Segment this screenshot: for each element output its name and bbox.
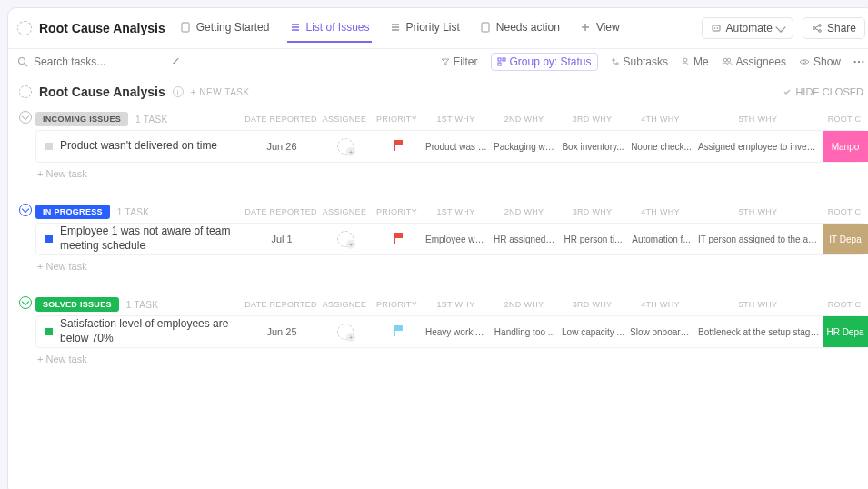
- col-why3[interactable]: 3RD WHY: [558, 300, 626, 309]
- add-task-button[interactable]: + New task: [35, 255, 865, 277]
- task-group: INCOMING ISSUES 1 TASK DATE REPORTED ASS…: [35, 108, 865, 185]
- group-by-button[interactable]: Group by: Status: [491, 53, 598, 71]
- col-assignee[interactable]: ASSIGNEE: [317, 115, 372, 124]
- group-status-badge[interactable]: INCOMING ISSUES: [35, 112, 128, 126]
- task-why2[interactable]: HR assigned t...: [491, 235, 559, 244]
- task-group: SOLVED ISSUES 1 TASK DATE REPORTED ASSIG…: [35, 294, 865, 370]
- task-why1[interactable]: Heavy workload: [423, 327, 491, 337]
- group-status-badge[interactable]: IN PROGRESS: [35, 205, 110, 219]
- svg-point-14: [727, 58, 731, 62]
- col-why3[interactable]: 3RD WHY: [558, 115, 626, 124]
- group-status-badge[interactable]: SOLVED ISSUES: [35, 297, 119, 312]
- tab-needs-action[interactable]: Needs action: [478, 14, 562, 43]
- col-priority[interactable]: PRIORITY: [372, 115, 422, 124]
- toolbar: Filter Group by: Status Subtasks Me: [8, 49, 868, 75]
- tab-getting-started[interactable]: Getting Started: [178, 14, 272, 43]
- subtasks-button[interactable]: Subtasks: [611, 55, 668, 68]
- task-root-cause[interactable]: Manpo: [823, 131, 868, 162]
- task-why2[interactable]: Packaging wa...: [491, 142, 559, 152]
- col-date[interactable]: DATE REPORTED: [244, 207, 317, 216]
- assignees-button[interactable]: Assignees: [722, 55, 786, 68]
- me-button[interactable]: Me: [681, 55, 709, 68]
- tab-list-of-issues[interactable]: List of Issues: [287, 14, 371, 43]
- task-date[interactable]: Jun 26: [245, 141, 318, 152]
- flag-icon: [394, 325, 403, 336]
- svg-point-15: [803, 61, 805, 64]
- col-priority[interactable]: PRIORITY: [372, 300, 422, 309]
- col-why3[interactable]: 3RD WHY: [558, 207, 626, 216]
- tab-add-view[interactable]: View: [578, 14, 622, 43]
- col-date[interactable]: DATE REPORTED: [244, 300, 317, 309]
- task-why3[interactable]: Low capacity ...: [559, 327, 627, 337]
- assignee-add-icon[interactable]: [337, 138, 354, 155]
- col-why2[interactable]: 2ND WHY: [490, 207, 558, 216]
- col-why1[interactable]: 1ST WHY: [422, 207, 490, 216]
- task-why4[interactable]: Slow onboard...: [627, 327, 695, 337]
- task-name-cell[interactable]: Product wasn't delivered on time: [36, 139, 245, 154]
- task-why4[interactable]: Noone check...: [627, 142, 695, 152]
- task-priority[interactable]: [373, 325, 423, 339]
- automate-button[interactable]: Automate: [702, 17, 793, 39]
- col-date[interactable]: DATE REPORTED: [244, 115, 317, 124]
- add-task-button[interactable]: + New task: [35, 163, 865, 185]
- task-date[interactable]: Jun 25: [245, 326, 318, 337]
- task-why5[interactable]: Assigned employee to inventory che...: [695, 142, 823, 152]
- col-root[interactable]: ROOT C: [822, 300, 867, 309]
- col-why4[interactable]: 4TH WHY: [626, 300, 694, 309]
- col-why1[interactable]: 1ST WHY: [422, 115, 490, 124]
- col-why5[interactable]: 5TH WHY: [694, 300, 822, 309]
- task-why5[interactable]: IT person assigned to the automatio...: [695, 235, 823, 244]
- task-why3[interactable]: HR person ti...: [559, 235, 627, 244]
- group-collapse-toggle[interactable]: [19, 111, 32, 124]
- task-root-cause[interactable]: IT Depa: [823, 224, 868, 254]
- task-date[interactable]: Jul 1: [245, 234, 318, 244]
- task-why2[interactable]: Handling too ...: [491, 327, 559, 337]
- search-input[interactable]: [34, 55, 170, 68]
- col-why5[interactable]: 5TH WHY: [694, 115, 822, 124]
- task-priority[interactable]: [373, 140, 423, 154]
- col-why2[interactable]: 2ND WHY: [490, 300, 558, 309]
- hide-closed-button[interactable]: HIDE CLOSED: [783, 86, 863, 97]
- task-assignee[interactable]: [318, 231, 373, 247]
- doc-icon: [480, 22, 492, 34]
- col-why4[interactable]: 4TH WHY: [626, 115, 694, 124]
- group-collapse-toggle[interactable]: [19, 204, 32, 216]
- group-collapse-toggle[interactable]: [19, 296, 32, 309]
- task-why1[interactable]: Product was not re...: [423, 142, 491, 152]
- task-why5[interactable]: Bottleneck at the setup stage of onb...: [695, 327, 823, 337]
- task-row[interactable]: Product wasn't delivered on time Jun 26 …: [35, 130, 865, 163]
- eye-icon: [799, 57, 810, 66]
- tab-priority-list[interactable]: Priority List: [388, 14, 462, 43]
- info-icon[interactable]: i: [173, 86, 184, 97]
- more-button[interactable]: ···: [853, 55, 865, 68]
- task-assignee[interactable]: [318, 138, 373, 155]
- col-root[interactable]: ROOT C: [822, 115, 867, 124]
- col-why4[interactable]: 4TH WHY: [626, 207, 694, 216]
- col-why5[interactable]: 5TH WHY: [694, 207, 822, 216]
- col-why1[interactable]: 1ST WHY: [422, 300, 490, 309]
- task-why3[interactable]: Box inventory...: [559, 142, 627, 152]
- task-root-cause[interactable]: HR Depa: [823, 316, 868, 347]
- task-priority[interactable]: [373, 233, 423, 246]
- task-assignee[interactable]: [318, 324, 373, 340]
- col-assignee[interactable]: ASSIGNEE: [317, 300, 372, 309]
- assignee-add-icon[interactable]: [337, 231, 354, 247]
- col-root[interactable]: ROOT C: [822, 207, 867, 216]
- new-task-button[interactable]: + NEW TASK: [191, 87, 250, 97]
- task-name-cell[interactable]: Employee 1 was not aware of team meeting…: [36, 225, 245, 253]
- share-button[interactable]: Share: [803, 17, 865, 39]
- col-why2[interactable]: 2ND WHY: [490, 115, 558, 124]
- show-button[interactable]: Show: [799, 55, 841, 68]
- task-name-cell[interactable]: Satisfaction level of employees are belo…: [36, 317, 245, 345]
- col-priority[interactable]: PRIORITY: [372, 207, 422, 216]
- add-task-button[interactable]: + New task: [35, 348, 865, 370]
- task-row[interactable]: Satisfaction level of employees are belo…: [35, 315, 865, 348]
- filter-button[interactable]: Filter: [441, 55, 478, 68]
- subtask-icon: [611, 57, 620, 66]
- assignee-add-icon[interactable]: [337, 324, 354, 340]
- task-why4[interactable]: Automation f...: [627, 235, 695, 244]
- task-why1[interactable]: Employee was not ...: [423, 235, 491, 244]
- task-row[interactable]: Employee 1 was not aware of team meeting…: [35, 223, 865, 255]
- col-assignee[interactable]: ASSIGNEE: [317, 207, 372, 216]
- chevron-down-icon[interactable]: [173, 57, 178, 63]
